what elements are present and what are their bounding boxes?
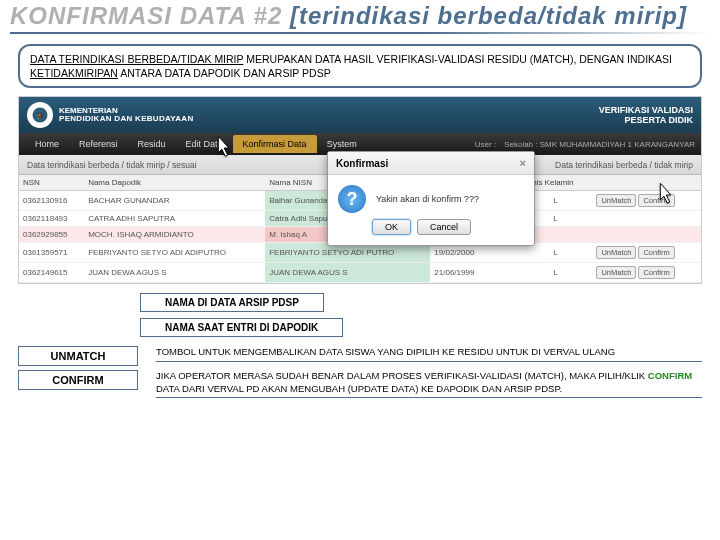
nav-home[interactable]: Home [25, 135, 69, 153]
slide-title: KONFIRMASI DATA #2 [terindikasi berbeda/… [0, 0, 720, 36]
cell-nsn: 0362130916 [19, 191, 84, 211]
cell-actions: UnMatchConfirm [591, 263, 701, 283]
subbar-left: Data terindikasi berbeda / tidak mirip /… [27, 160, 197, 170]
cell-nama-dapodik: JUAN DEWA AGUS S [84, 263, 265, 283]
nav-user: User : [475, 140, 496, 149]
cursor-icon [209, 134, 237, 162]
ministry-line2: PENDIDIKAN DAN KEBUDAYAAN [59, 115, 193, 124]
header-right-1: VERIFIKASI VALIDASI [599, 105, 693, 115]
cell-actions: UnMatchConfirm [591, 191, 701, 211]
unmatch-button-label: UNMATCH [18, 346, 138, 366]
nav-residu[interactable]: Residu [128, 135, 176, 153]
title-underline [10, 32, 710, 34]
cell-nsn: 0361359571 [19, 243, 84, 263]
confirm-button[interactable]: Confirm [638, 246, 674, 259]
confirm-text-a: JIKA OPERATOR MERASA SUDAH BENAR DALAM P… [156, 370, 648, 381]
cell-blank [500, 263, 510, 283]
table-row[interactable]: 0362149615JUAN DEWA AGUS SJUAN DEWA AGUS… [19, 263, 701, 283]
cell-jk: L [520, 263, 592, 283]
cell-nsn: 0362929855 [19, 227, 84, 243]
info-text-1: MERUPAKAN DATA HASIL VERIFIKASI-VALIDASI… [243, 53, 672, 65]
unmatch-button[interactable]: UnMatch [596, 246, 636, 259]
confirm-button[interactable]: Confirm [638, 266, 674, 279]
confirm-desc: JIKA OPERATOR MERASA SUDAH BENAR DALAM P… [156, 370, 702, 398]
th-nsn: NSN [19, 175, 84, 191]
legend-row-unmatch: UNMATCH TOMBOL UNTUK MENGEMBALIKAN DATA … [18, 346, 702, 366]
info-box: DATA TERINDIKASI BERBEDA/TIDAK MIRIP MER… [18, 44, 702, 88]
confirm-text-green: CONFIRM [648, 370, 692, 381]
cell-nama-dapodik: FEBRIYANTO SETYO ADI ADIPUTRO [84, 243, 265, 263]
cell-tgl: 21/06/1999 [430, 263, 500, 283]
th-nama-dapodik: Nama Dapodik [84, 175, 265, 191]
nav-referensi[interactable]: Referensi [69, 135, 128, 153]
th-actions [591, 175, 701, 191]
ministry-label: KEMENTERIAN PENDIDIKAN DAN KEBUDAYAAN [59, 107, 193, 125]
question-icon: ? [338, 185, 366, 213]
unmatch-button[interactable]: UnMatch [596, 194, 636, 207]
nav-right: User : Sekolah : SMK MUHAMMADIYAH 1 KARA… [475, 140, 695, 149]
cell-nama-dapodik: CATRA ADHI SAPUTRA [84, 211, 265, 227]
app-header: 🎓 KEMENTERIAN PENDIDIKAN DAN KEBUDAYAAN … [19, 97, 701, 133]
cell-nsn: 0362149615 [19, 263, 84, 283]
nav-konfirmasi-data[interactable]: Konfirmasi Data [233, 135, 317, 153]
callout-group: NAMA DI DATA ARSIP PDSP NAMA SAAT ENTRI … [0, 290, 720, 340]
confirm-text-b: DATA DARI VERVAL PD AKAN MENGUBAH (UPDAT… [156, 383, 562, 394]
info-underline-2: KETIDAKMIRIPAN [30, 67, 118, 79]
info-underline-1: DATA TERINDIKASI BERBEDA/TIDAK MIRIP [30, 53, 243, 65]
dialog-buttons: OK Cancel [328, 219, 534, 245]
legend: UNMATCH TOMBOL UNTUK MENGEMBALIKAN DATA … [18, 346, 702, 398]
ok-button[interactable]: OK [372, 219, 411, 235]
legend-row-confirm: CONFIRM JIKA OPERATOR MERASA SUDAH BENAR… [18, 370, 702, 398]
cell-nsn: 0362118493 [19, 211, 84, 227]
dialog-title: Konfirmasi [336, 158, 388, 169]
callout-arsip: NAMA DI DATA ARSIP PDSP [140, 293, 324, 312]
header-right: VERIFIKASI VALIDASI PESERTA DIDIK [599, 105, 693, 125]
dialog-text: Yakin akan di konfirm ??? [376, 194, 479, 204]
logo-icon: 🎓 [27, 102, 53, 128]
info-text-2: ANTARA DATA DAPODIK DAN ARSIP PDSP [118, 67, 331, 79]
unmatch-desc: TOMBOL UNTUK MENGEMBALIKAN DATA SISWA YA… [156, 346, 702, 361]
header-right-2: PESERTA DIDIK [599, 115, 693, 125]
cursor-icon [651, 181, 679, 209]
cell-actions [591, 227, 701, 243]
nav-sekolah: Sekolah : SMK MUHAMMADIYAH 1 KARANGANYAR [504, 140, 695, 149]
unmatch-button[interactable]: UnMatch [596, 266, 636, 279]
close-icon[interactable]: × [520, 157, 526, 169]
cell-nama-dapodik: MOCH. ISHAQ ARMIDIANTO [84, 227, 265, 243]
title-bracket: [terindikasi berbeda/tidak mirip] [290, 2, 687, 29]
svg-text:🎓: 🎓 [36, 111, 46, 120]
cancel-button[interactable]: Cancel [417, 219, 471, 235]
dialog-body: ? Yakin akan di konfirm ??? [328, 175, 534, 219]
subbar-right: Data terindikasi berbeda / tidak mirip [555, 160, 693, 170]
cell-actions [591, 211, 701, 227]
app-window: 🎓 KEMENTERIAN PENDIDIKAN DAN KEBUDAYAAN … [18, 96, 702, 284]
title-main: KONFIRMASI DATA #2 [10, 2, 282, 29]
cell-actions: UnMatchConfirm [591, 243, 701, 263]
cell-nama-dapodik: BACHAR GUNANDAR [84, 191, 265, 211]
confirm-dialog: Konfirmasi × ? Yakin akan di konfirm ???… [327, 151, 535, 246]
cell-blank [510, 263, 520, 283]
dialog-header: Konfirmasi × [328, 152, 534, 175]
callout-dapodik: NAMA SAAT ENTRI DI DAPODIK [140, 318, 343, 337]
confirm-button-label: CONFIRM [18, 370, 138, 390]
cell-nama-nisn: JUAN DEWA AGUS S [265, 263, 430, 283]
